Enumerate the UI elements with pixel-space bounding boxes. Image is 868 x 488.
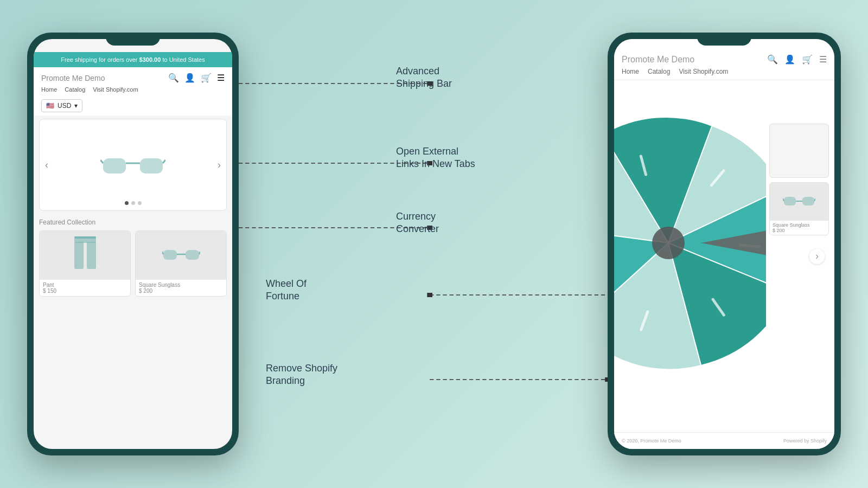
- product-info-sunglasses: Square Sunglass $ 200: [136, 280, 226, 296]
- wheel-container: Square Sunglass $ 200 ›: [614, 80, 834, 432]
- svg-rect-21: [427, 293, 432, 297]
- right-product-name-sunglasses: Square Sunglass: [773, 222, 826, 228]
- search-icon[interactable]: 🔍: [168, 73, 179, 83]
- product-name-sunglasses: Square Sunglass: [139, 282, 223, 288]
- left-store-nav: Home Catalog Visit Shopify.com: [41, 86, 225, 93]
- right-product-list: Square Sunglass $ 200: [769, 124, 829, 235]
- right-cart-icon[interactable]: 🛒: [802, 54, 813, 65]
- featured-section: Featured Collection: [34, 214, 232, 449]
- chevron-down-icon: ▾: [74, 102, 78, 110]
- left-phone-inner: Free shipping for orders over $300.00 to…: [34, 39, 232, 449]
- svg-rect-9: [163, 250, 177, 260]
- svg-rect-1: [140, 158, 163, 174]
- svg-rect-42: [802, 197, 814, 206]
- currency-row: 🇺🇸 USD ▾: [34, 96, 232, 115]
- annotation-wheel-label: Wheel OfFortune: [266, 278, 307, 303]
- flag-icon: 🇺🇸: [46, 102, 54, 110]
- menu-icon[interactable]: ☰: [217, 73, 225, 83]
- right-phone: Promote Me Demo 🔍 👤 🛒 ☰ Home Catalog Vis…: [608, 33, 841, 455]
- right-nav-visit-shopify[interactable]: Visit Shopify.com: [679, 68, 728, 75]
- right-phone-inner: Promote Me Demo 🔍 👤 🛒 ☰ Home Catalog Vis…: [614, 39, 834, 449]
- svg-line-45: [814, 198, 815, 201]
- left-phone: Free shipping for orders over $300.00 to…: [27, 33, 239, 455]
- dot-1: [125, 201, 129, 205]
- product-image-pants: [40, 231, 130, 280]
- slider-arrow-right[interactable]: ›: [218, 159, 221, 171]
- product-image-sunglasses: [136, 231, 226, 280]
- featured-title: Featured Collection: [39, 219, 227, 226]
- annotations-area: AdvancedShipping Bar Open ExternalLinks …: [239, 33, 608, 455]
- hero-product-image: [100, 145, 165, 185]
- notch-right: [697, 33, 751, 46]
- footer-copyright: © 2020, Promote Me Demo: [622, 438, 681, 444]
- right-nav-home[interactable]: Home: [622, 68, 639, 75]
- annotation-branding: Remove ShopifyBranding: [266, 362, 337, 388]
- left-store-header: Promote Me Demo 🔍 👤 🛒 ☰ Home Catalog Vis…: [34, 67, 232, 96]
- slider-arrow-left[interactable]: ‹: [45, 159, 48, 171]
- dot-3: [138, 201, 142, 205]
- right-product-price-sunglasses: $ 200: [773, 228, 826, 233]
- scene: Free shipping for orders over $300.00 to…: [27, 11, 841, 477]
- annotation-external-label: Open ExternalLinks In New Tabs: [396, 145, 475, 171]
- svg-line-4: [163, 160, 165, 163]
- right-store-nav: Home Catalog Visit Shopify.com: [622, 68, 827, 75]
- annotation-shipping-label: AdvancedShipping Bar: [396, 65, 452, 91]
- product-card-pants[interactable]: Pant $ 150: [39, 230, 131, 297]
- svg-rect-0: [103, 158, 126, 174]
- svg-rect-7: [87, 242, 96, 269]
- currency-selector[interactable]: 🇺🇸 USD ▾: [41, 99, 82, 112]
- right-product-img-sunglasses: [770, 183, 828, 221]
- left-store-name: Promote Me Demo: [41, 74, 105, 82]
- svg-rect-10: [186, 250, 199, 260]
- annotation-lines: [239, 33, 608, 455]
- product-name-pants: Pant: [43, 282, 127, 288]
- right-product-thumb-sunglasses[interactable]: Square Sunglass $ 200: [769, 182, 829, 235]
- annotation-currency-label: CurrencyConverter: [396, 210, 439, 236]
- dot-2: [131, 201, 135, 205]
- right-nav-catalog[interactable]: Catalog: [648, 68, 670, 75]
- product-info-pants: Pant $ 150: [40, 280, 130, 296]
- right-header-icons: 🔍 👤 🛒 ☰: [767, 54, 827, 65]
- svg-point-39: [652, 227, 685, 259]
- right-user-icon[interactable]: 👤: [784, 54, 795, 65]
- nav-catalog[interactable]: Catalog: [65, 86, 85, 93]
- svg-rect-6: [74, 242, 84, 269]
- svg-line-13: [199, 252, 200, 254]
- shipping-text-suffix: to United States: [161, 56, 205, 63]
- product-price-sunglasses: $ 200: [139, 288, 223, 294]
- product-grid: Pant $ 150: [39, 230, 227, 297]
- user-icon[interactable]: 👤: [184, 73, 195, 83]
- svg-rect-8: [74, 236, 96, 239]
- right-store-name: Promote Me Demo: [622, 55, 694, 65]
- annotation-shipping: AdvancedShipping Bar: [396, 65, 452, 91]
- product-card-sunglasses[interactable]: Square Sunglass $ 200: [135, 230, 227, 297]
- annotation-currency: CurrencyConverter: [396, 210, 439, 236]
- right-footer: © 2020, Promote Me Demo Powered by Shopi…: [614, 432, 834, 449]
- cart-icon[interactable]: 🛒: [201, 73, 212, 83]
- right-phone-nav-arrow[interactable]: ›: [809, 249, 825, 264]
- annotation-branding-label: Remove ShopifyBranding: [266, 362, 337, 388]
- wheel-of-fortune[interactable]: [614, 86, 766, 402]
- notch-left: [106, 33, 160, 46]
- shipping-bar: Free shipping for orders over $300.00 to…: [34, 52, 232, 67]
- right-product-info-sunglasses: Square Sunglass $ 200: [770, 221, 828, 235]
- footer-powered-by: Powered by Shopify: [783, 438, 827, 444]
- right-search-icon[interactable]: 🔍: [767, 54, 778, 65]
- nav-home[interactable]: Home: [41, 86, 57, 93]
- svg-line-3: [100, 160, 103, 163]
- slider-dots: [125, 201, 142, 205]
- annotation-wheel: Wheel OfFortune: [266, 278, 307, 303]
- annotation-external: Open ExternalLinks In New Tabs: [396, 145, 475, 171]
- shipping-text-bold: $300.00: [139, 56, 161, 63]
- hero-slider: ‹ ›: [39, 119, 227, 211]
- left-store-icons: 🔍 👤 🛒 ☰: [168, 73, 225, 83]
- svg-line-12: [162, 252, 163, 254]
- nav-visit-shopify[interactable]: Visit Shopify.com: [93, 86, 138, 93]
- svg-rect-41: [784, 197, 796, 206]
- svg-line-44: [783, 198, 784, 201]
- right-product-thumb-1: [769, 124, 829, 178]
- product-price-pants: $ 150: [43, 288, 127, 294]
- currency-label: USD: [58, 102, 71, 110]
- right-menu-icon[interactable]: ☰: [819, 54, 827, 65]
- shipping-text-prefix: Free shipping for orders over: [61, 56, 139, 63]
